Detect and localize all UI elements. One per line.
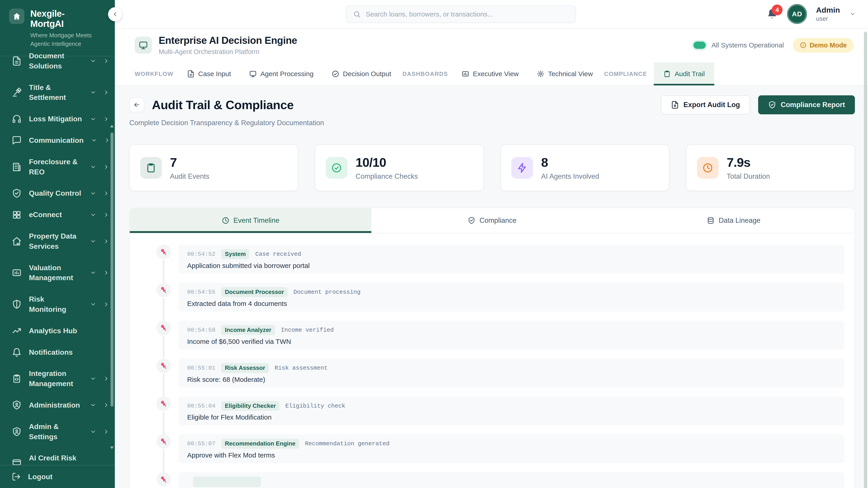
sidebar-item-label: Integration Management: [29, 368, 83, 389]
sidebar-item-label: Notifications: [29, 347, 111, 357]
sidebar-item-chevrons: [90, 116, 110, 122]
bar-chart-frame-icon: [12, 268, 22, 278]
chevron-right-icon[interactable]: [103, 116, 110, 122]
stat-value: 7.9s: [727, 155, 770, 170]
chevron-down-icon[interactable]: [90, 376, 96, 382]
sidebar-item-title-settlement[interactable]: Title & Settlement: [0, 78, 115, 107]
global-search[interactable]: [346, 5, 576, 23]
notifications-button[interactable]: 4: [766, 8, 778, 20]
event-detail: Income of $6,500 verified via TWN: [187, 338, 836, 346]
chevron-right-icon[interactable]: [103, 238, 110, 245]
chevron-down-icon[interactable]: [90, 190, 96, 197]
user-info: Admin user: [816, 6, 840, 22]
timeline-pin: [156, 396, 171, 411]
panel-tab-event-timeline[interactable]: Event Timeline: [130, 208, 371, 233]
event-timeline: 00:54:52 System Case received Applicatio…: [130, 233, 855, 488]
event-detail: Application submitted via borrower porta…: [187, 262, 836, 269]
chevron-right-icon[interactable]: [103, 429, 110, 435]
chevron-right-icon[interactable]: [103, 269, 110, 276]
sidebar-item-valuation-management[interactable]: Valuation Management: [0, 259, 115, 287]
stat-card-ai-agents-involved: 8 AI Agents Involved: [500, 144, 669, 191]
chevron-down-icon[interactable]: [90, 402, 96, 408]
timeline-card: 00:55:07 Recommendation Engine Recommend…: [179, 434, 844, 463]
stat-label: Audit Events: [170, 172, 209, 181]
logout-button[interactable]: Logout: [0, 465, 115, 488]
tab-executive-view[interactable]: Executive View: [455, 62, 526, 86]
chevron-down-icon[interactable]: [90, 429, 96, 435]
sidebar-item-econnect[interactable]: eConnect: [0, 206, 115, 224]
sidebar-collapse-button[interactable]: [108, 7, 122, 21]
sidebar-item-label: Foreclosure & REO: [29, 157, 83, 177]
search-icon: [353, 10, 361, 18]
status-toggle[interactable]: [693, 41, 706, 49]
shield-check-icon: [768, 101, 776, 109]
sidebar-item-chevrons: [90, 58, 110, 64]
notification-count-badge: 4: [772, 4, 782, 15]
chevron-down-icon[interactable]: [90, 58, 96, 64]
avatar[interactable]: AD: [787, 4, 807, 24]
sidebar-item-ai-credit-risk-assessment[interactable]: AI Credit Risk Assessment: [0, 449, 115, 465]
sidebar-item-administration[interactable]: Administration: [0, 396, 115, 414]
sidebar-item-admin-settings[interactable]: Admin & Settings: [0, 418, 115, 446]
sidebar-item-risk-monitoring[interactable]: Risk Monitoring: [0, 290, 115, 318]
chevron-down-icon[interactable]: [90, 164, 96, 170]
back-button[interactable]: [129, 97, 144, 112]
sidebar-item-integration-management[interactable]: Integration Management: [0, 365, 115, 393]
agent-badge: Income Analyzer: [221, 325, 275, 335]
sidebar-item-foreclosure-reo[interactable]: Foreclosure & REO: [0, 153, 115, 181]
chevron-down-icon[interactable]: [90, 269, 96, 276]
sidebar-item-chevrons: [90, 212, 110, 218]
sidebar-scrollbar[interactable]: [111, 132, 114, 407]
chevron-down-icon[interactable]: [90, 238, 96, 245]
chevron-down-icon[interactable]: [90, 89, 96, 96]
file-download-icon: [671, 101, 679, 109]
chevron-right-icon[interactable]: [103, 89, 110, 96]
timeline-connector: [163, 374, 164, 397]
sidebar-item-loss-mitigation[interactable]: Loss Mitigation: [0, 110, 115, 128]
panel-tab-compliance[interactable]: Compliance: [371, 208, 613, 233]
sidebar-item-document-solutions[interactable]: Document Solutions: [0, 47, 115, 75]
search-input[interactable]: [366, 10, 569, 18]
timeline-card: 00:55:01 Risk Assessor Risk assessment R…: [179, 359, 844, 387]
export-audit-log-button[interactable]: Export Audit Log: [661, 95, 750, 114]
timeline-entry: 00:54:55 Document Processor Document pro…: [156, 283, 844, 312]
tab-decision-output[interactable]: Decision Output: [325, 62, 398, 86]
chevron-right-icon[interactable]: [103, 376, 110, 382]
sidebar-item-property-data-services[interactable]: Property Data Services: [0, 227, 115, 255]
sidebar-item-analytics-hub[interactable]: Analytics Hub: [0, 322, 115, 340]
brand-title: Nexgile-MortgAI: [30, 8, 93, 29]
panel-tab-data-lineage[interactable]: Data Lineage: [613, 208, 855, 233]
chevron-right-icon[interactable]: [103, 190, 110, 197]
page-header: Enterprise AI Decision Engine Multi-Agen…: [115, 29, 868, 62]
user-menu-chevron-icon[interactable]: [849, 11, 856, 17]
chevron-right-icon[interactable]: [103, 402, 110, 408]
sidebar: Nexgile-MortgAI Where Mortgage Meets Age…: [0, 0, 115, 488]
tab-case-input[interactable]: Case Input: [180, 62, 238, 86]
grid-icon: [12, 210, 22, 220]
chevron-down-icon[interactable]: [90, 116, 96, 122]
compliance-report-button[interactable]: Compliance Report: [758, 95, 855, 114]
chevron-right-icon[interactable]: [103, 164, 110, 170]
chevron-down-icon[interactable]: [90, 212, 96, 218]
chevron-right-icon[interactable]: [103, 301, 110, 307]
chevron-right-icon[interactable]: [104, 137, 110, 143]
sidebar-item-quality-control[interactable]: Quality Control: [0, 184, 115, 202]
pushpin-icon: [159, 361, 168, 370]
tab-label: Agent Processing: [260, 70, 313, 78]
page-scrollbar[interactable]: [864, 32, 867, 488]
tab-technical-view[interactable]: Technical View: [530, 62, 600, 86]
stat-cards: 7 Audit Events 10/10 Compliance Checks 8…: [129, 144, 855, 191]
chevron-right-icon[interactable]: [103, 58, 110, 64]
stat-value: 8: [541, 155, 599, 170]
chevron-right-icon[interactable]: [103, 212, 110, 218]
sidebar-item-communication[interactable]: Communication: [0, 131, 115, 149]
tab-agent-processing[interactable]: Agent Processing: [242, 62, 320, 86]
chat-icon: [12, 135, 22, 145]
tab-audit-trail[interactable]: Audit Trail: [654, 62, 714, 86]
chevron-down-icon[interactable]: [90, 301, 96, 307]
sidebar-scroll-down-icon[interactable]: [110, 447, 114, 449]
chevron-down-icon[interactable]: [91, 137, 97, 143]
sidebar-item-notifications[interactable]: Notifications: [0, 344, 115, 361]
timeline-entry: 00:55:04 Eligibility Checker Eligibility…: [156, 396, 844, 425]
sidebar-scroll-up-icon[interactable]: [110, 125, 114, 127]
